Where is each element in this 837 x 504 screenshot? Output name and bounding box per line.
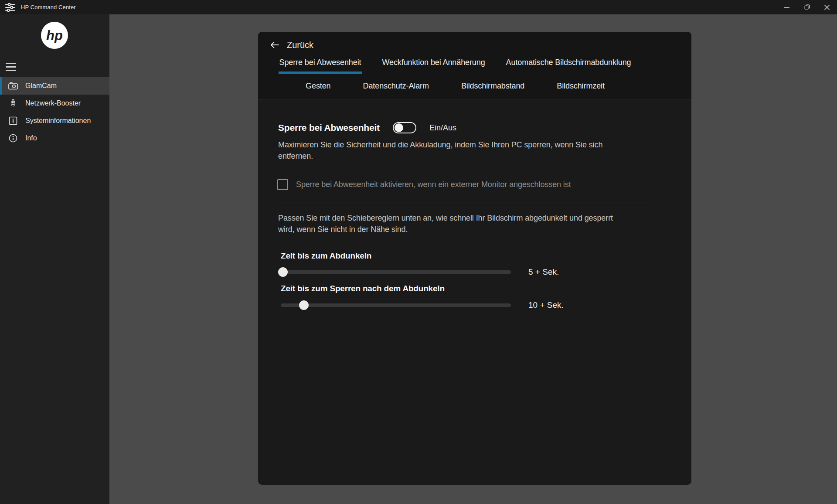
back-button[interactable]: Zurück [269,38,313,52]
sliders-intro-line: Passen Sie mit den Schiebereglern unten … [278,212,613,224]
sidebar-item-glamcam[interactable]: GlamCam [0,77,109,95]
description-line: Maximieren Sie die Sicherheit und die Ak… [278,139,602,150]
close-icon [824,5,830,10]
sidebar-item-info[interactable]: Info [0,129,109,147]
slider-thumb[interactable] [299,300,309,310]
back-arrow-icon [269,40,280,50]
tabs-row-2: Gesten Datenschutz-Alarm Bildschirmabsta… [258,82,691,91]
restore-icon [804,4,810,10]
sidebar-item-systeminformationen[interactable]: Systeminformationen [0,112,109,129]
content-divider [278,202,653,202]
tab-automatische-bildschirmabdunklung[interactable]: Automatische Bildschirmabdunklung [505,58,632,74]
app-sliders-icon [5,3,15,12]
tab-bildschirmzeit[interactable]: Bildschirmzeit [556,82,606,91]
minimize-icon [784,5,789,10]
restore-button[interactable] [797,0,817,14]
sidebar-nav: GlamCam Netzwerk-Booster [0,77,109,147]
sidebar-item-label: GlamCam [25,82,57,90]
tab-datenschutz-alarm[interactable]: Datenschutz-Alarm [362,82,430,91]
svg-text:hp: hp [46,28,63,43]
lock-time-value: 10 + Sek. [528,300,564,311]
sidebar-item-netzwerk-booster[interactable]: Netzwerk-Booster [0,95,109,112]
external-monitor-option: Sperre bei Abwesenheit aktivieren, wenn … [277,179,571,190]
dim-time-slider-label: Zeit bis zum Abdunkeln [281,250,371,262]
slider-track[interactable] [281,303,511,307]
app-title: HP Command Center [21,4,76,10]
system-info-icon [8,116,18,126]
sidebar-item-label: Netzwerk-Booster [25,99,81,107]
lock-time-slider[interactable] [281,300,511,310]
section-heading: Sperre bei Abwesenheit [278,123,380,133]
info-icon [8,133,18,143]
dim-time-slider[interactable] [281,267,511,277]
tab-gesten[interactable]: Gesten [305,82,331,91]
sliders-intro-line: wird, wenn Sie nicht in der Nähe sind. [278,224,613,235]
toggle-knob-icon [395,123,403,132]
tab-bildschirmabstand[interactable]: Bildschirmabstand [460,82,525,91]
section-description: Maximieren Sie die Sicherheit und die Ak… [278,139,602,162]
glamcam-settings-panel: Zurück Sperre bei Abwesenheit Weckfunkti… [258,32,691,485]
back-label: Zurück [287,40,313,50]
panel-header: Zurück Sperre bei Abwesenheit Weckfunkti… [258,32,691,99]
minimize-button[interactable] [777,0,797,14]
tab-sperre-bei-abwesenheit[interactable]: Sperre bei Abwesenheit [279,58,362,74]
tabs-row-1: Sperre bei Abwesenheit Weckfunktion bei … [258,58,691,74]
titlebar: HP Command Center [0,0,837,14]
sidebar: hp GlamCam [0,14,109,504]
rocket-icon [8,98,18,109]
external-monitor-checkbox-label: Sperre bei Abwesenheit aktivieren, wenn … [296,180,571,189]
hp-logo: hp [41,22,68,49]
external-monitor-checkbox[interactable] [277,179,288,190]
slider-thumb[interactable] [278,267,288,277]
description-line: entfernen. [278,150,602,162]
camera-icon [8,81,18,91]
dim-time-value: 5 + Sek. [528,266,559,278]
sliders-intro-text: Passen Sie mit den Schiebereglern unten … [278,212,613,235]
toggle-state-label: Ein/Aus [429,123,456,133]
lock-time-slider-label: Zeit bis zum Sperren nach dem Abdunkeln [281,283,445,295]
tab-weckfunktion-bei-annaeherung[interactable]: Weckfunktion bei Annäherung [381,58,486,74]
sidebar-menu-button[interactable] [6,61,20,73]
window-controls [777,0,837,14]
workspace: Zurück Sperre bei Abwesenheit Weckfunkti… [109,14,837,504]
close-button[interactable] [817,0,837,14]
slider-track[interactable] [281,270,511,274]
sidebar-item-label: Systeminformationen [25,117,91,125]
sidebar-item-label: Info [25,134,37,142]
presence-lock-toggle[interactable] [393,122,416,133]
